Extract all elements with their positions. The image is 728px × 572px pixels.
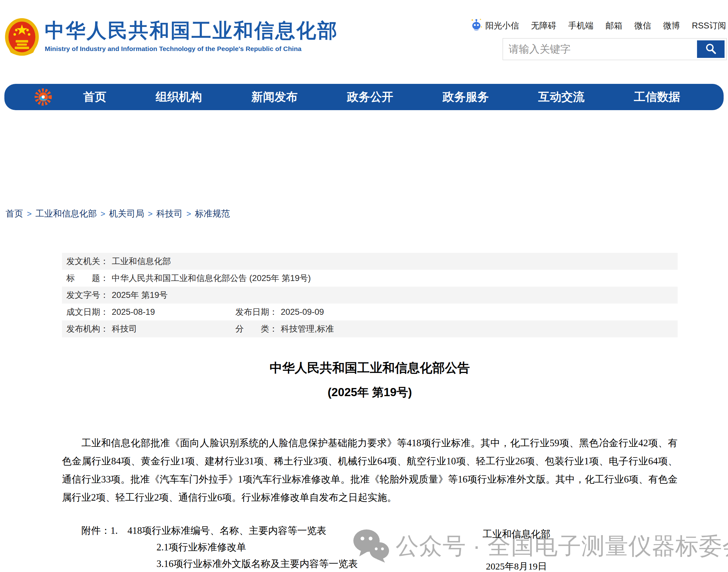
utility-link-weibo[interactable]: 微博 <box>663 20 680 31</box>
site-header: 中华人民共和国工业和信息化部 Ministry of Industry and … <box>0 0 728 84</box>
search-icon <box>704 42 717 56</box>
meta-row-doc-no: 发文字号： 2025年 第19号 <box>62 287 678 303</box>
breadcrumb-link-miit[interactable]: 工业和信息化部 <box>36 208 97 220</box>
meta-label: 成文日期： <box>66 306 109 317</box>
nav-item-gov-service[interactable]: 政务服务 <box>443 89 489 105</box>
attachment-item-2[interactable]: 2.1项行业标准修改单 <box>156 542 246 553</box>
signature: 工业和信息化部 <box>471 527 562 541</box>
utility-link-assistant[interactable]: 阳光小信 <box>470 17 519 33</box>
breadcrumb-link-departments[interactable]: 机关司局 <box>109 208 144 220</box>
meta-label: 标 题： <box>66 273 109 284</box>
wechat-icon <box>352 528 390 565</box>
watermark-text: 公众号 · 全国电子测量仪器标委会 <box>396 531 728 562</box>
meta-row-org-category: 发布机构： 科技司 分 类： 科技管理,标准 <box>62 320 678 337</box>
meta-label: 分 类： <box>236 323 278 335</box>
utility-link-mail[interactable]: 邮箱 <box>605 20 622 31</box>
nav-list: 首页 组织机构 新闻发布 政务公开 政务服务 互动交流 工信数据 <box>59 89 705 105</box>
site-title-block: 中华人民共和国工业和信息化部 Ministry of Industry and … <box>45 19 338 53</box>
search-input[interactable] <box>503 39 694 60</box>
doc-title: 中华人民共和国工业和信息化部公告 <box>62 359 678 376</box>
search-button[interactable] <box>697 41 725 58</box>
breadcrumb: 首页 > 工业和信息化部 > 机关司局 > 科技司 > 标准规范 <box>6 208 728 220</box>
meta-value: 2025-09-09 <box>281 307 324 317</box>
nav-item-news[interactable]: 新闻发布 <box>251 89 297 105</box>
utility-link-mobile[interactable]: 手机端 <box>568 20 593 31</box>
breadcrumb-separator: > <box>187 209 191 219</box>
breadcrumb-separator: > <box>27 209 31 219</box>
meta-label: 发布日期： <box>236 306 278 317</box>
nav-item-data[interactable]: 工信数据 <box>634 89 680 105</box>
meta-value: 2025-08-19 <box>112 307 155 317</box>
doc-date: 2025年8月19日 <box>471 560 562 572</box>
meta-row-title: 标 题： 中华人民共和国工业和信息化部公告 (2025年 第19号) <box>62 270 678 287</box>
utility-link-accessibility[interactable]: 无障碍 <box>531 20 556 31</box>
utility-links: 阳光小信 无障碍 手机端 邮箱 微信 微博 RSS订阅 <box>470 17 726 33</box>
nav-item-org[interactable]: 组织机构 <box>155 89 202 105</box>
nav-logo-icon <box>34 88 52 106</box>
meta-value: 科技管理,标准 <box>281 323 334 335</box>
breadcrumb-separator: > <box>101 209 105 219</box>
utility-link-rss[interactable]: RSS订阅 <box>692 20 726 31</box>
attachment-item-3[interactable]: 3.16项行业标准外文版名称及主要内容等一览表 <box>156 558 358 569</box>
nav-item-gov-open[interactable]: 政务公开 <box>347 89 393 105</box>
meta-value: 中华人民共和国工业和信息化部公告 (2025年 第19号) <box>112 273 311 284</box>
meta-label: 发布机构： <box>66 323 109 335</box>
meta-label: 发文字号： <box>66 289 109 301</box>
utility-link-wechat[interactable]: 微信 <box>634 20 651 31</box>
main-nav: 首页 组织机构 新闻发布 政务公开 政务服务 互动交流 工信数据 <box>4 84 724 110</box>
breadcrumb-link-science-tech[interactable]: 科技司 <box>156 208 183 220</box>
meta-value: 工业和信息化部 <box>112 256 171 267</box>
site-subtitle: Ministry of Industry and Information Tec… <box>45 45 338 53</box>
meta-value: 科技司 <box>112 323 137 335</box>
doc-subtitle: (2025年 第19号) <box>62 384 678 400</box>
meta-row-dates: 成文日期： 2025-08-19 发布日期： 2025-09-09 <box>62 303 678 320</box>
meta-table: 发文机关： 工业和信息化部 标 题： 中华人民共和国工业和信息化部公告 (202… <box>62 253 678 337</box>
attachment-item-1[interactable]: 1. 418项行业标准编号、名称、主要内容等一览表 <box>111 525 326 536</box>
breadcrumb-separator: > <box>148 209 152 219</box>
national-emblem-icon <box>4 17 40 58</box>
breadcrumb-link-home[interactable]: 首页 <box>6 208 23 220</box>
search-form <box>503 38 727 60</box>
nav-item-interaction[interactable]: 互动交流 <box>538 89 585 105</box>
meta-label: 发文机关： <box>66 256 109 267</box>
national-emblem-logo[interactable] <box>4 17 40 59</box>
breadcrumb-current: 标准规范 <box>195 208 230 220</box>
site-title: 中华人民共和国工业和信息化部 <box>45 19 338 41</box>
attachments-label: 附件： <box>81 525 111 536</box>
doc-paragraph: 工业和信息化部批准《面向人脸识别系统的人脸信息保护基础能力要求》等418项行业标… <box>62 434 678 507</box>
content: 发文机关： 工业和信息化部 标 题： 中华人民共和国工业和信息化部公告 (202… <box>62 253 678 572</box>
meta-value: 2025年 第19号 <box>112 289 168 301</box>
page: 中华人民共和国工业和信息化部 Ministry of Industry and … <box>0 0 728 572</box>
assistant-robot-icon <box>470 17 483 33</box>
meta-row-issuing-org: 发文机关： 工业和信息化部 <box>62 253 678 270</box>
nav-item-home[interactable]: 首页 <box>83 89 107 105</box>
